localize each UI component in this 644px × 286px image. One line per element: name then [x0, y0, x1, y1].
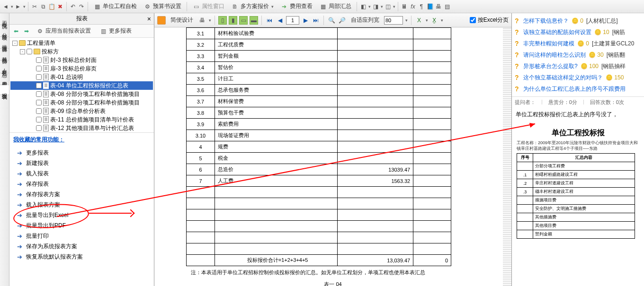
- pilcrow-icon[interactable]: ¶: [418, 3, 425, 10]
- book-icon[interactable]: 📘: [426, 3, 434, 10]
- misc1-icon[interactable]: ◧: [359, 3, 367, 10]
- panel-toolbar: ⬅ ➡ ⚙应用当前报表设置 ▥更多报表: [9, 25, 154, 38]
- fx-icon[interactable]: fx: [409, 3, 417, 10]
- vtab-5[interactable]: 费用汇总: [0, 73, 9, 85]
- qa-item[interactable]: ?为什么单位工程汇总表上的序号不跟费用: [515, 83, 641, 95]
- design-mode-button[interactable]: 简便设计: [168, 15, 196, 25]
- tree-item[interactable]: 表-08 分部分项工程和单价措施项目: [10, 90, 153, 98]
- excel2-icon[interactable]: X̱: [430, 16, 438, 25]
- tree-item[interactable]: 表-08 分部分项工程和单价措施项目: [10, 98, 153, 107]
- multi-quote-button[interactable]: 🗎多方案报价▾: [228, 1, 277, 11]
- excel-paging-checkbox[interactable]: [470, 17, 476, 23]
- local-summary-button[interactable]: ▦局部汇总: [316, 1, 354, 11]
- tree-item[interactable]: 表-09 综合单价分析表: [10, 107, 153, 115]
- zoom-in-icon[interactable]: 🔍: [327, 16, 336, 25]
- view2-icon[interactable]: ▮: [229, 16, 237, 25]
- arrow-left-icon[interactable]: ⬅: [12, 27, 20, 35]
- report-tree[interactable]: -工程量清单-投标方封-3 投标总价封面扉-3 投标总价扉页表-01 总说明表-…: [9, 38, 154, 132]
- zoom-input[interactable]: [384, 16, 403, 25]
- property-window-button[interactable]: ▭属性窗口: [189, 1, 227, 11]
- nav-fwd-icon[interactable]: ►: [14, 3, 22, 10]
- prev-page-icon[interactable]: ◀: [276, 16, 284, 25]
- qa-list: ?怎样下载信息价？ 🪙 0 [人材机汇总]?该独立基础的配筋如何设置 🪙 10 …: [512, 13, 644, 96]
- calc-icon[interactable]: 🖩: [401, 3, 408, 10]
- tree-item[interactable]: 扉-3 投标总价扉页: [10, 64, 153, 73]
- arrow-icon: ➔: [280, 3, 288, 10]
- grid-icon: ▦: [93, 3, 101, 10]
- tree-item[interactable]: 封-3 投标总价封面: [10, 56, 153, 64]
- arrow-right-icon[interactable]: ➡: [23, 27, 30, 35]
- sheet-icon: 🗎: [231, 3, 239, 10]
- annotation-arrow-2: [57, 122, 540, 226]
- view4-icon[interactable]: ▬: [250, 16, 258, 25]
- window2-icon: ▥: [99, 27, 107, 35]
- qa-item[interactable]: ?非完整柱帽如何建模 🪙 0 [土建算量GCL20: [515, 38, 641, 49]
- fav-item[interactable]: ➔保存为系统报表方案: [13, 241, 150, 251]
- qa-item[interactable]: ?异形桩承台怎么提取? 🪙 100 [钢筋抽样: [515, 61, 641, 72]
- main-toolbar: ◄ ▾ ► ▾ ✂ ⧉ 📋 ✖ ↶ ↷ ▦单位工程自检 ⚙预算书设置 ▭属性窗口…: [0, 0, 644, 13]
- misc2-icon[interactable]: ◨: [372, 3, 379, 10]
- next-page-icon[interactable]: ▶: [301, 16, 310, 25]
- more-reports-button[interactable]: ▥更多报表: [97, 26, 134, 36]
- page-number-input[interactable]: [286, 16, 299, 25]
- apply-settings-button[interactable]: ⚙应用当前报表设置: [33, 26, 94, 36]
- undo-icon[interactable]: ↶: [69, 3, 77, 10]
- window-icon: ▭: [192, 3, 200, 10]
- qa-meta: 提问者： | 悬赏分：0分 | 回答次数：0次: [512, 96, 644, 108]
- qa-asker-label: 提问者：: [515, 99, 536, 106]
- tree-item[interactable]: -投标方: [10, 47, 153, 56]
- view3-icon[interactable]: ▭: [239, 16, 248, 25]
- self-check-button[interactable]: ▦单位工程自检: [90, 1, 140, 11]
- tree-item[interactable]: 表-01 总说明: [10, 73, 153, 81]
- qa-item[interactable]: ?请问这样的暗柱怎么识别 🪙 30 [钢筋翻: [515, 49, 641, 61]
- design-mode-icon[interactable]: [157, 16, 166, 25]
- misc3-icon[interactable]: ◫: [384, 3, 392, 10]
- tree-item[interactable]: -工程量清单: [10, 39, 153, 47]
- layout-icon[interactable]: ▤: [443, 3, 451, 10]
- view1-icon[interactable]: ▯: [218, 16, 227, 25]
- tree-item[interactable]: 表-04 单位工程投标报价汇总表: [10, 81, 153, 90]
- fee-view-button[interactable]: ➔费用查看: [277, 1, 315, 11]
- panel-title: 报表: [76, 15, 88, 23]
- gear-icon: ⚙: [36, 27, 44, 35]
- qa-item[interactable]: ?这个独立基础这样定义的对吗？ 🪙 150: [515, 72, 641, 83]
- copy-icon[interactable]: ⧉: [39, 3, 47, 10]
- vtab-4[interactable]: 人材机汇总: [0, 61, 9, 73]
- cut-icon[interactable]: ✂: [31, 3, 38, 10]
- close-icon[interactable]: ×: [147, 15, 151, 23]
- qa-body: 单位工程投标报价汇总表上的序号没了，: [512, 108, 644, 121]
- qa-item[interactable]: ?该独立基础的配筋如何设置 🪙 10 [钢筋: [515, 26, 641, 38]
- first-page-icon[interactable]: ⏮: [265, 16, 274, 25]
- svg-line-0: [57, 124, 535, 217]
- print2-icon[interactable]: 🖶: [198, 16, 206, 25]
- nav-back-icon[interactable]: ◄: [2, 3, 9, 10]
- panel-title-bar: 报表 ×: [9, 13, 154, 25]
- qa-answers-label: 回答次数：0次: [590, 99, 624, 106]
- vtab-6[interactable]: 报表: [0, 85, 9, 95]
- excel-icon[interactable]: X: [415, 16, 423, 25]
- qa-item[interactable]: ?怎样下载信息价？ 🪙 0 [人材机汇总]: [515, 15, 641, 26]
- vtab-1[interactable]: 分部分项: [0, 25, 9, 37]
- redo-icon[interactable]: ↷: [78, 3, 85, 10]
- print-icon[interactable]: 🖶: [435, 3, 442, 10]
- report-note: 注：本表适用于单位工程招标控制价或投标报价的汇总。如无单位工程划分，单项工程也使…: [191, 269, 489, 276]
- paste-icon[interactable]: 📋: [48, 3, 55, 10]
- vtab-2[interactable]: 措施项目: [0, 37, 9, 49]
- vertical-tabs: 工程概况分部分项措施项目其他项目人材机汇总费用汇总报表: [0, 13, 9, 286]
- zoom-out-icon[interactable]: 🔎: [338, 16, 346, 25]
- excel-paging-label: 按Excel分页: [478, 16, 509, 24]
- budget-settings-button[interactable]: ⚙预算书设置: [141, 1, 184, 11]
- last-page-icon[interactable]: ⏭: [312, 16, 320, 25]
- doc-gear-icon: ⚙: [143, 3, 151, 10]
- vtab-0[interactable]: 工程概况: [0, 13, 9, 25]
- delete-icon[interactable]: ✖: [56, 3, 64, 10]
- report-tag: 表一 04: [177, 281, 489, 286]
- fit-width-button[interactable]: 自适应列宽: [348, 15, 382, 25]
- grid2-icon: ▦: [319, 3, 327, 10]
- qa-bounty-label: 悬赏分：0分: [548, 99, 577, 106]
- fav-item[interactable]: ➔批量打印: [13, 231, 150, 241]
- preview-toolbar: 简便设计 🖶▾ ▯ ▮ ▭ ▬ ⏮ ◀ ▶ ⏭ 🔍 🔎 自适应列宽 ▾ X▾ X…: [154, 13, 511, 27]
- fav-item[interactable]: ➔恢复系统默认报表方案: [13, 251, 150, 262]
- vtab-3[interactable]: 其他项目: [0, 49, 9, 61]
